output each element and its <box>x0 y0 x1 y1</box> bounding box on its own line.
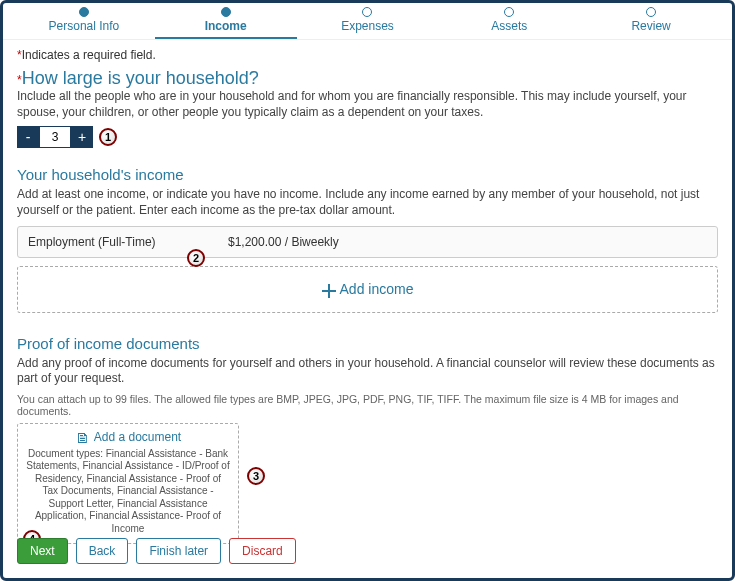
progress-step-income[interactable]: Income <box>155 7 297 39</box>
progress-step-personal-info[interactable]: Personal Info <box>13 7 155 39</box>
progress-step-review[interactable]: Review <box>580 7 722 39</box>
add-income-button[interactable]: Add income <box>17 266 718 312</box>
progress-step-expenses[interactable]: Expenses <box>297 7 439 39</box>
income-section-title: Your household's income <box>17 166 718 183</box>
callout-3: 3 <box>247 467 265 485</box>
income-section-helper: Add at least one income, or indicate you… <box>17 187 718 218</box>
add-document-link[interactable]: 🗎 Add a document <box>26 430 230 445</box>
document-icon: 🗎 <box>75 430 90 445</box>
file-upload-rules: You can attach up to 99 files. The allow… <box>17 393 718 417</box>
income-amount: $1,200.00 / Biweekly <box>228 235 339 249</box>
back-button[interactable]: Back <box>76 538 129 564</box>
document-dropzone[interactable]: 🗎 Add a document Document types: Financi… <box>17 423 239 545</box>
increase-button[interactable]: + <box>71 126 93 148</box>
finish-later-button[interactable]: Finish later <box>136 538 221 564</box>
next-button[interactable]: Next <box>17 538 68 564</box>
progress-bar: Personal Info Income Expenses Assets Rev… <box>3 3 732 40</box>
progress-step-assets[interactable]: Assets <box>438 7 580 39</box>
document-types-text: Document types: Financial Assistance - B… <box>26 448 230 536</box>
household-size-stepper: - + 1 <box>17 126 718 148</box>
income-row[interactable]: Employment (Full-Time) $1,200.00 / Biwee… <box>17 226 718 258</box>
household-size-input[interactable] <box>39 126 71 148</box>
callout-1: 1 <box>99 128 117 146</box>
plus-icon <box>322 284 336 298</box>
household-size-title: How large is your household? <box>22 68 259 88</box>
income-type: Employment (Full-Time) <box>28 235 228 249</box>
proof-section-title: Proof of income documents <box>17 335 718 352</box>
proof-section-helper: Add any proof of income documents for yo… <box>17 356 718 387</box>
discard-button[interactable]: Discard <box>229 538 296 564</box>
household-size-helper: Include all the people who are in your h… <box>17 89 718 120</box>
required-field-note: *Indicates a required field. <box>17 48 718 62</box>
decrease-button[interactable]: - <box>17 126 39 148</box>
callout-2: 2 <box>187 249 205 267</box>
form-button-row: Next Back Finish later Discard <box>3 530 310 572</box>
